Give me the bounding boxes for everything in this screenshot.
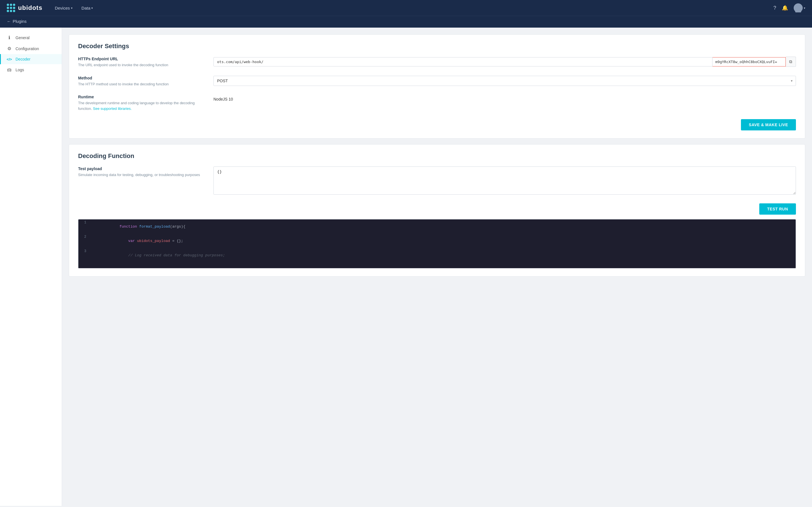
- user-chevron-icon: ▾: [804, 6, 805, 10]
- save-btn-row: SAVE & MAKE LIVE: [78, 119, 796, 130]
- payload-desc: Simulate incoming data for testing, debu…: [78, 172, 202, 178]
- svg-point-0: [797, 5, 800, 9]
- back-arrow-icon: ←: [7, 19, 11, 24]
- help-icon[interactable]: ?: [773, 5, 776, 11]
- runtime-label-col: Runtime The development runtime and codi…: [78, 95, 202, 111]
- breadcrumb[interactable]: ← Plugins: [7, 19, 805, 24]
- sidebar-item-configuration[interactable]: ⚙ Configuration: [0, 43, 62, 54]
- code-line-1: 1 function format_payload(args){: [79, 219, 796, 234]
- code-line-3: 3 // Log received data for debugging pur…: [79, 248, 796, 263]
- line-number: 1: [79, 220, 90, 225]
- chevron-down-icon: ▾: [71, 6, 72, 10]
- https-label: HTTPs Endpoint URL: [78, 57, 202, 61]
- breadcrumb-bar: ← Plugins: [0, 16, 812, 27]
- top-navigation: ubidots Devices ▾ Data ▾ ? 🔔 ▾: [0, 0, 812, 16]
- page-container: ℹ General ⚙ Configuration </> Decoder Lo…: [0, 27, 812, 506]
- line-code: function format_payload(args){: [90, 219, 189, 234]
- code-icon: </>: [6, 57, 12, 61]
- decoder-settings-card: Decoder Settings HTTPs Endpoint URL The …: [69, 34, 805, 138]
- breadcrumb-label: Plugins: [13, 19, 27, 24]
- code-padding: [79, 263, 796, 268]
- gear-icon: ⚙: [6, 46, 12, 51]
- nav-left: ubidots Devices ▾ Data ▾: [7, 4, 96, 12]
- logo[interactable]: ubidots: [7, 4, 42, 12]
- https-control: ⧉: [213, 57, 796, 67]
- url-input-wrapper: ⧉: [213, 57, 796, 67]
- avatar[interactable]: [794, 3, 803, 12]
- https-label-col: HTTPs Endpoint URL The URL endpoint used…: [78, 57, 202, 68]
- payload-textarea[interactable]: {}: [213, 166, 796, 194]
- line-code: // Log received data for debugging purpo…: [90, 248, 229, 263]
- sidebar-item-decoder[interactable]: </> Decoder: [0, 54, 62, 64]
- decoding-function-title: Decoding Function: [78, 152, 796, 160]
- nav-item-devices[interactable]: Devices ▾: [51, 4, 75, 12]
- sidebar-item-logs[interactable]: Logs: [0, 64, 62, 75]
- https-endpoint-row: HTTPs Endpoint URL The URL endpoint used…: [78, 57, 796, 68]
- sidebar-item-general[interactable]: ℹ General: [0, 32, 62, 43]
- payload-label: Test payload: [78, 166, 202, 171]
- copy-icon: ⧉: [789, 59, 792, 64]
- decoding-function-card: Decoding Function Test payload Simulate …: [69, 144, 805, 277]
- runtime-row: Runtime The development runtime and codi…: [78, 95, 796, 111]
- url-token-input[interactable]: [712, 57, 786, 66]
- svg-point-3: [8, 69, 11, 70]
- nav-item-data[interactable]: Data ▾: [78, 4, 96, 12]
- info-icon: ℹ: [6, 35, 12, 40]
- method-select[interactable]: POST GET PUT: [213, 76, 796, 86]
- main-content: Decoder Settings HTTPs Endpoint URL The …: [62, 27, 812, 506]
- nav-right: ? 🔔 ▾: [773, 3, 805, 12]
- logo-dots: [7, 4, 15, 12]
- runtime-control: NodeJS 10: [213, 95, 796, 101]
- chevron-down-icon: ▾: [91, 6, 93, 10]
- svg-point-1: [795, 9, 801, 12]
- bell-icon[interactable]: 🔔: [782, 5, 788, 11]
- runtime-label: Runtime: [78, 95, 202, 99]
- nav-items: Devices ▾ Data ▾: [51, 4, 96, 12]
- method-control: POST GET PUT ▾: [213, 76, 796, 86]
- test-run-row: TEST RUN: [78, 203, 796, 215]
- decoder-settings-title: Decoder Settings: [78, 43, 796, 50]
- line-number: 3: [79, 248, 90, 254]
- test-payload-row: Test payload Simulate incoming data for …: [78, 166, 796, 195]
- logs-icon: [6, 67, 12, 73]
- logo-text: ubidots: [18, 4, 42, 11]
- save-make-live-button[interactable]: SAVE & MAKE LIVE: [741, 119, 796, 130]
- runtime-desc: The development runtime and coding langu…: [78, 100, 202, 111]
- test-run-button[interactable]: TEST RUN: [759, 203, 796, 215]
- line-number: 2: [79, 234, 90, 240]
- code-line-2: 2 var ubidots_payload = {};: [79, 234, 796, 248]
- copy-url-button[interactable]: ⧉: [786, 57, 796, 67]
- runtime-libraries-link[interactable]: See supported libraries.: [93, 107, 132, 111]
- payload-control: {}: [213, 166, 796, 195]
- runtime-value: NodeJS 10: [213, 95, 796, 101]
- method-desc: The HTTP method used to invoke the decod…: [78, 81, 202, 87]
- method-label: Method: [78, 76, 202, 80]
- code-editor[interactable]: 1 function format_payload(args){ 2 var u…: [78, 219, 796, 269]
- url-prefix-input[interactable]: [213, 57, 712, 66]
- payload-label-col: Test payload Simulate incoming data for …: [78, 166, 202, 178]
- sidebar: ℹ General ⚙ Configuration </> Decoder Lo…: [0, 27, 62, 506]
- line-code: var ubidots_payload = {};: [90, 234, 187, 248]
- method-row: Method The HTTP method used to invoke th…: [78, 76, 796, 87]
- https-desc: The URL endpoint used to invoke the deco…: [78, 62, 202, 68]
- user-menu[interactable]: ▾: [794, 3, 805, 12]
- method-select-wrapper: POST GET PUT ▾: [213, 76, 796, 86]
- method-label-col: Method The HTTP method used to invoke th…: [78, 76, 202, 87]
